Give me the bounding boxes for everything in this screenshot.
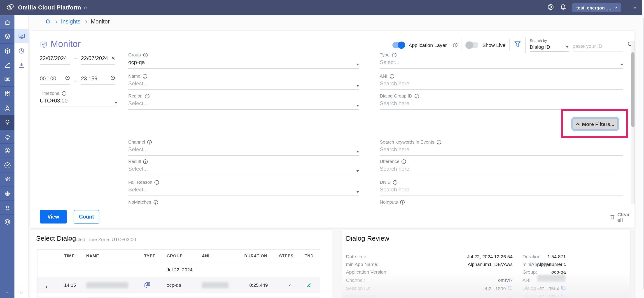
view-button[interactable]: View [40,210,67,224]
breadcrumb: Insights Monitor [29,15,110,28]
review-scrollbar-track[interactable] [630,230,635,298]
sidebar-item-layers[interactable] [0,30,14,44]
time-to-input[interactable]: 23 : 59 [81,76,115,85]
date-from-input[interactable]: 22/07/2024 [40,55,70,64]
chevron-right-icon [54,20,57,23]
search-keywords-input[interactable]: Search here [380,146,623,156]
subnav-export-download[interactable] [14,58,28,72]
copy-icon[interactable] [508,285,512,291]
info-icon: i [402,159,406,164]
group-select[interactable]: ocp-qa [128,59,359,69]
col-time[interactable]: TIME [64,250,75,262]
table-row[interactable]: 14:15 ocp-qa 0:25.449 4 [38,277,320,293]
expand-row-icon[interactable] [44,285,48,288]
dr-value: Jul 22, 2024 12:26:54 [346,254,512,259]
dialog-review-panel: Dialog Review Date time: Jul 22, 2024 12… [342,230,630,298]
result-select[interactable]: Select... [128,166,359,175]
copy-icon[interactable] [561,285,566,291]
sidebar-item-scales[interactable] [0,186,14,201]
dnis-input[interactable]: Search here [380,186,623,196]
sidebar-item-support[interactable] [0,215,14,229]
info-icon: i [144,159,148,164]
type-select[interactable]: Select... [380,59,623,69]
col-group[interactable]: GROUP [167,250,183,262]
info-icon: i [142,74,147,78]
date-separator: – [74,56,77,61]
show-live-label: Show Live [482,42,505,48]
row-steps: 4 [269,277,292,293]
fail-reason-select[interactable]: Select... [128,186,359,196]
divider [510,39,510,51]
col-duration[interactable]: DURATION [244,250,267,262]
date-group-row: Jul 22, 2024 [38,262,320,277]
clear-date-icon[interactable]: ✕ [111,55,115,61]
col-steps[interactable]: STEPS [279,250,294,262]
search-by-select[interactable]: Dialog ID [530,44,568,52]
nomatches-field: NoMatchesi [128,200,359,204]
subnav-reports-pie[interactable] [14,43,28,58]
sidebar-item-sliders[interactable] [0,87,14,101]
table-row[interactable] [38,293,320,298]
account-menu-button[interactable]: test_energon_... [572,3,621,12]
breadcrumb-insights[interactable]: Insights [61,18,80,25]
sidebar-item-chat[interactable] [0,72,14,87]
time-from-input[interactable]: 00 : 00 [40,76,70,85]
dr-value: Alphanum1_DEVAws [346,262,512,267]
filter-panel-scrollbar-thumb[interactable] [631,52,634,127]
dialog-id-input[interactable]: paste your ID [573,43,623,52]
time-separator: _ [74,76,77,81]
sidebar-item-ruler[interactable] [0,58,14,72]
clear-all-button[interactable]: Clear all [610,212,634,222]
application-layer-toggle[interactable] [392,42,405,48]
col-type[interactable]: TYPE [144,250,156,262]
sidebar-item-package[interactable] [0,44,14,58]
date-to-input[interactable]: 22/07/2024 ✕ [81,55,115,64]
chevron-down-icon[interactable] [633,6,637,9]
col-name[interactable]: NAME [86,250,99,262]
sidebar-item-circuit[interactable] [0,172,14,186]
page-scrollbar-thumb[interactable] [642,18,644,289]
home-icon[interactable] [45,18,50,25]
clock-icon[interactable] [65,76,70,82]
info-icon: i [143,52,148,57]
channel-select[interactable]: Select... [128,146,359,156]
col-end[interactable]: END [304,250,314,262]
monitor-chart-icon [40,41,48,50]
divider [525,38,526,53]
sidebar-item-network[interactable] [0,101,14,115]
copy-icon[interactable] [561,294,566,298]
page-scrollbar[interactable] [642,0,644,298]
utterance-input[interactable]: Search here [380,166,623,175]
panel-gap [332,230,342,298]
col-ani[interactable]: ANI [202,250,210,262]
bell-icon[interactable] [560,4,566,12]
sidebar-item-gear-user[interactable] [0,144,14,158]
row-time: 14:15 [64,277,76,293]
clock-icon[interactable] [110,76,115,82]
count-button[interactable]: Count [74,210,99,224]
sidebar-item-insights[interactable] [0,115,14,129]
show-live-toggle[interactable] [466,42,478,48]
info-icon: i [153,200,158,204]
sidebar-collapse-icon[interactable]: » [0,290,14,296]
chevron-down-icon [356,64,359,66]
more-filters-button[interactable]: More Filters... [573,118,618,130]
subnav-monitor[interactable] [14,29,28,43]
name-select[interactable]: Select... [128,80,359,90]
gear-icon[interactable] [548,4,554,12]
filter-funnel-icon[interactable] [514,41,521,50]
region-select[interactable]: Select... [128,100,359,110]
sidebar-item-user[interactable] [0,201,14,215]
dialog-group-id-input[interactable]: Search here [380,100,623,110]
subsidebar-collapse-icon[interactable]: » [14,287,28,298]
timezone-select[interactable]: UTC+03:00 [40,98,118,107]
application-layer-label: Application Layer [409,42,447,48]
sidebar-item-home[interactable] [0,15,14,30]
account-name: test_energon_... [576,5,611,10]
sidebar-item-cloud-stack[interactable] [0,130,14,144]
info-icon: i [453,43,458,48]
dr-value: ocp-qa [522,269,566,274]
ani-input[interactable]: Search here [380,80,623,90]
primary-sidebar: » [0,15,14,298]
sidebar-item-badge-check[interactable] [0,158,14,172]
